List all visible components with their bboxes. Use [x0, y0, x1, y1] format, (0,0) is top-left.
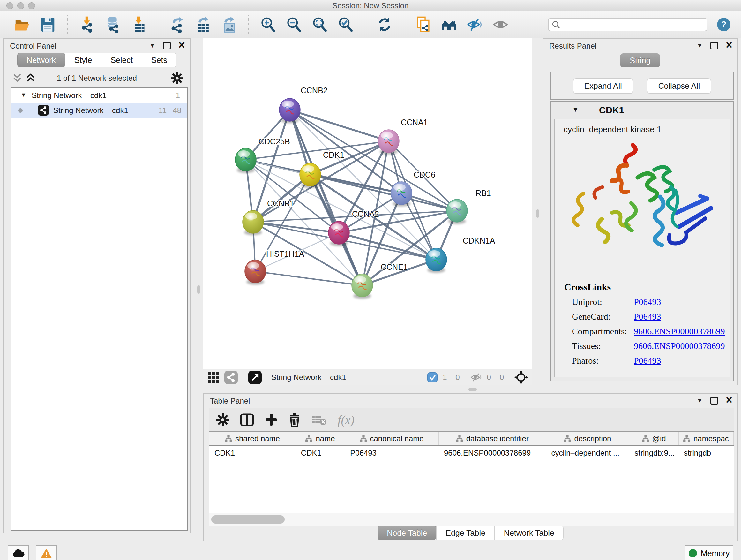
hide-panels-icon[interactable]: [467, 16, 484, 33]
table-cell[interactable]: stringdb:9...: [629, 446, 678, 460]
tab-node-table[interactable]: Node Table: [378, 525, 436, 540]
zoom-out-icon[interactable]: [285, 16, 302, 33]
results-panel-float-icon[interactable]: [711, 42, 718, 50]
detach-view-icon[interactable]: [248, 371, 262, 384]
network-collection-row[interactable]: ▼ String Network – cdk1 1: [11, 88, 187, 103]
home-icon[interactable]: [441, 16, 458, 33]
table-settings-gear-icon[interactable]: [216, 414, 229, 426]
search-input[interactable]: [562, 20, 704, 29]
table-cell[interactable]: 9606.ENSP00000378699: [439, 446, 546, 460]
gene-header-row[interactable]: ▼ CDK1: [551, 102, 733, 118]
zoom-fit-icon[interactable]: [311, 16, 328, 33]
network-view-type-icon[interactable]: [224, 371, 238, 384]
control-panel-float-icon[interactable]: [163, 42, 171, 50]
hidden-counts: 0 – 0: [487, 373, 504, 382]
crosslink-link[interactable]: 9606.ENSP00000378699: [634, 326, 725, 336]
delete-table-icon[interactable]: [312, 414, 327, 426]
import-table-icon[interactable]: [130, 16, 147, 33]
column-header[interactable]: name: [296, 432, 345, 445]
network-edge[interactable]: [362, 193, 401, 286]
table-cell[interactable]: CDK1: [209, 446, 296, 460]
gene-expand-icon[interactable]: ▼: [572, 106, 579, 113]
column-header[interactable]: @id: [629, 432, 678, 445]
left-splitter-handle[interactable]: [197, 286, 200, 294]
tab-select[interactable]: Select: [101, 53, 142, 67]
network-graph[interactable]: CCNB2CCNA1CDC25BCDK1CDC6RB1CCNB1CCNA2CDK…: [203, 38, 532, 369]
collapse-all-button[interactable]: Collapse All: [647, 78, 711, 94]
grid-view-icon[interactable]: [208, 372, 219, 383]
results-panel-collapse-icon[interactable]: ▼: [697, 43, 703, 49]
column-header[interactable]: description: [546, 432, 630, 445]
table-panel-close-icon[interactable]: ×: [726, 396, 732, 403]
table-cell[interactable]: CDK1: [296, 446, 345, 460]
network-edge[interactable]: [362, 211, 457, 286]
network-row[interactable]: String Network – cdk1 11 48: [11, 103, 187, 118]
delete-column-icon[interactable]: [288, 413, 300, 427]
import-network-file-icon[interactable]: [78, 16, 95, 33]
tab-edge-table[interactable]: Edge Table: [436, 525, 495, 540]
network-node-hist1h1a[interactable]: HIST1H1A: [245, 249, 305, 285]
bottom-splitter-handle[interactable]: [468, 388, 477, 391]
search-box[interactable]: [548, 18, 708, 31]
network-options-gear-icon[interactable]: [171, 72, 183, 84]
refresh-icon[interactable]: [376, 16, 393, 33]
memory-button[interactable]: Memory: [685, 545, 733, 560]
zoom-in-icon[interactable]: [259, 16, 277, 33]
warnings-button[interactable]: [36, 545, 57, 560]
expand-all-button[interactable]: Expand All: [573, 78, 633, 94]
tab-network[interactable]: Network: [17, 53, 65, 67]
hidden-eye-icon[interactable]: [470, 373, 482, 382]
control-panel-close-icon[interactable]: ×: [179, 42, 185, 49]
network-canvas[interactable]: CCNB2CCNA1CDC25BCDK1CDC6RB1CCNB1CCNA2CDK…: [203, 38, 532, 369]
node-label: CCNB2: [300, 86, 328, 95]
crosslink-link[interactable]: P06493: [634, 356, 661, 366]
show-columns-icon[interactable]: [240, 414, 254, 426]
column-header[interactable]: canonical name: [345, 432, 439, 445]
network-edge[interactable]: [339, 233, 436, 260]
export-image-icon[interactable]: [220, 16, 238, 33]
open-session-icon[interactable]: [13, 16, 30, 33]
table-cell[interactable]: cyclin–dependent ...: [546, 446, 629, 460]
column-header[interactable]: database identifier: [439, 432, 546, 445]
table-cell[interactable]: stringdb: [679, 446, 734, 460]
right-splitter-handle[interactable]: [536, 209, 539, 218]
tab-sets[interactable]: Sets: [142, 53, 177, 67]
network-node-ccne1[interactable]: CCNE1: [352, 262, 408, 299]
table-row[interactable]: CDK1CDK1P064939606.ENSP00000378699cyclin…: [209, 446, 734, 460]
column-header[interactable]: namespac: [679, 432, 734, 445]
crosslink-link[interactable]: P06493: [634, 312, 661, 322]
export-network-icon[interactable]: [169, 16, 186, 33]
crosslink-link[interactable]: 9606.ENSP00000378699: [634, 341, 725, 351]
function-builder-icon[interactable]: f(x): [338, 413, 354, 427]
tab-network-table[interactable]: Network Table: [495, 525, 563, 540]
network-node-ccna1[interactable]: CCNA1: [378, 118, 428, 154]
table-panel-float-icon[interactable]: [711, 397, 718, 405]
cloud-button[interactable]: [8, 545, 29, 560]
export-table-icon[interactable]: [195, 16, 212, 33]
control-panel-collapse-icon[interactable]: ▼: [149, 43, 155, 49]
window-title: Session: New Session: [0, 1, 741, 10]
import-network-database-icon[interactable]: [104, 16, 121, 33]
save-session-icon[interactable]: [39, 16, 57, 33]
show-panels-icon[interactable]: [492, 16, 510, 33]
zoom-selected-icon[interactable]: [337, 16, 354, 33]
crosslink-link[interactable]: P06493: [634, 297, 661, 307]
selected-checkbox-icon[interactable]: [427, 372, 437, 382]
collection-expand-icon[interactable]: ▼: [21, 91, 26, 98]
duplicate-network-icon[interactable]: [415, 16, 432, 33]
tab-style[interactable]: Style: [65, 53, 102, 67]
birdseye-navigator-icon[interactable]: [515, 371, 528, 384]
table-cell[interactable]: P06493: [345, 446, 439, 460]
table-panel-collapse-icon[interactable]: ▼: [697, 397, 703, 404]
table-horizontal-scrollbar[interactable]: [209, 513, 734, 526]
network-node-ccna2[interactable]: CCNA2: [328, 209, 379, 246]
network-node-cdkn1a[interactable]: CDKN1A: [426, 236, 495, 273]
network-edge[interactable]: [255, 271, 362, 286]
network-node-rb1[interactable]: RB1: [447, 189, 491, 224]
results-panel-close-icon[interactable]: ×: [726, 42, 732, 49]
tab-string[interactable]: String: [620, 53, 660, 67]
help-icon[interactable]: ?: [716, 17, 731, 32]
column-header[interactable]: shared name: [209, 432, 296, 445]
add-column-icon[interactable]: [265, 414, 278, 426]
scrollbar-thumb[interactable]: [211, 515, 285, 523]
